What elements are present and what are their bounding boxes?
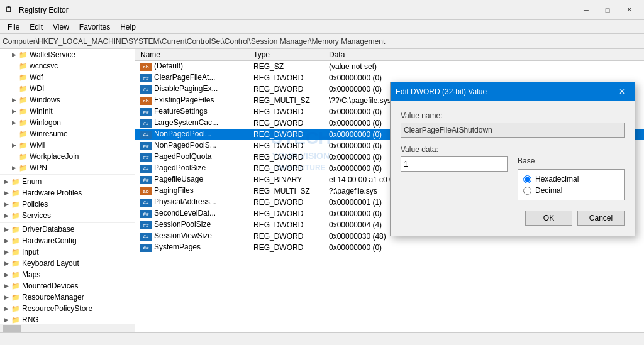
cell-data: 0x00000000 (0) <box>324 242 644 253</box>
tree-item-workplacejoin[interactable]: 📁 WorkplaceJoin <box>0 151 135 162</box>
tree-arrow: ▶ <box>10 141 18 149</box>
tree-arrow: ▶ <box>10 107 18 115</box>
tree-item-policies[interactable]: ▶ 📁 Policies <box>0 199 135 210</box>
folder-icon: 📁 <box>19 164 28 172</box>
folder-icon: 📁 <box>19 51 28 58</box>
hex-label: Hexadecimal <box>535 175 579 183</box>
tree-arrow <box>10 130 18 138</box>
folder-icon: 📁 <box>19 119 28 126</box>
cell-type: REG_SZ <box>248 61 324 72</box>
tree-arrow <box>10 62 18 70</box>
table-row[interactable]: ab(Default) REG_SZ (value not set) <box>135 61 644 72</box>
tree-arrow: ▶ <box>3 260 10 267</box>
tree-arrow: ▶ <box>3 282 10 290</box>
tree-item-winlogon[interactable]: ▶ 📁 Winlogon <box>0 117 135 128</box>
cell-name: ##PagefileUsage <box>135 174 248 185</box>
folder-icon: 📁 <box>11 248 20 256</box>
tree-arrow: ▶ <box>3 178 10 185</box>
hex-radio-item[interactable]: Hexadecimal <box>523 175 619 183</box>
folder-icon: 📁 <box>11 271 20 278</box>
table-row[interactable]: ##SystemPages REG_DWORD 0x00000000 (0) <box>135 242 644 253</box>
tree-item-mounteddevices[interactable]: ▶ 📁 MountedDevices <box>0 280 135 292</box>
tree-arrow: ▶ <box>3 248 10 256</box>
dec-label: Decimal <box>535 186 562 195</box>
tree-item-resourcemanager[interactable]: ▶ 📁 ResourceManager <box>0 292 135 303</box>
tree-label: WPN <box>30 163 47 172</box>
tree-label: WMI <box>30 141 45 150</box>
folder-icon: 📁 <box>19 107 28 115</box>
col-name: Name <box>135 49 248 61</box>
minimize-button[interactable]: ─ <box>576 4 596 16</box>
tree-item-windows[interactable]: ▶ 📁 Windows <box>0 94 135 106</box>
tree-item-wmi[interactable]: ▶ 📁 WMI <box>0 140 135 151</box>
folder-icon: 📁 <box>19 96 28 104</box>
base-section: Base Hexadecimal Decimal <box>518 156 625 200</box>
tree-arrow: ▶ <box>3 316 10 324</box>
tree-item-maps[interactable]: ▶ 📁 Maps <box>0 269 135 280</box>
dialog-title-bar: Edit DWORD (32-bit) Value ✕ <box>391 82 635 101</box>
tree-label: Winlogon <box>30 118 61 127</box>
tree-item-wininit[interactable]: ▶ 📁 WinInit <box>0 106 135 117</box>
tree-item-wpn[interactable]: ▶ 📁 WPN <box>0 162 135 173</box>
base-label: Base <box>518 156 625 165</box>
app-icon: 🗒 <box>5 5 15 15</box>
tree-arrow: ▶ <box>3 212 10 219</box>
menu-bar: File Edit View Favorites Help <box>0 20 644 34</box>
tree-arrow: ▶ <box>3 226 10 233</box>
tree-label: WalletService <box>30 50 75 59</box>
tree-label: Hardware Profiles <box>22 189 82 197</box>
tree-item-walletservice[interactable]: ▶ 📁 WalletService <box>0 49 135 60</box>
tree-panel[interactable]: ▶ 📁 WalletService 📁 wcncsvc 📁 Wdf 📁 WDI … <box>0 49 135 332</box>
cell-name: ##PagedPoolQuota <box>135 151 248 163</box>
cell-type: REG_DWORD <box>248 242 324 253</box>
value-data-input[interactable] <box>401 156 508 172</box>
folder-icon: 📁 <box>11 316 20 324</box>
tree-arrow <box>10 153 18 160</box>
tree-item-input[interactable]: ▶ 📁 Input <box>0 246 135 258</box>
tree-item-driverdatabase[interactable]: ▶ 📁 DriverDatabase <box>0 224 135 235</box>
cell-name: ##DisablePagingEx... <box>135 84 248 95</box>
cell-type: REG_DWORD <box>248 106 324 118</box>
close-button[interactable]: ✕ <box>619 4 639 16</box>
folder-icon: 📁 <box>11 293 20 301</box>
folder-icon: 📁 <box>11 305 20 312</box>
dec-radio[interactable] <box>523 187 531 195</box>
cell-type: REG_DWORD <box>248 129 324 140</box>
tree-label: ResourcePolicyStore <box>22 304 92 313</box>
cancel-button[interactable]: Cancel <box>577 211 625 226</box>
tree-item-wdf[interactable]: 📁 Wdf <box>0 72 135 83</box>
hex-radio[interactable] <box>523 175 531 183</box>
tree-item-hardware-profiles[interactable]: ▶ 📁 Hardware Profiles <box>0 187 135 199</box>
dec-radio-item[interactable]: Decimal <box>523 186 619 195</box>
menu-favorites[interactable]: Favorites <box>74 21 115 33</box>
cell-type: REG_DWORD <box>248 231 324 242</box>
menu-help[interactable]: Help <box>115 21 141 33</box>
menu-edit[interactable]: Edit <box>25 21 48 33</box>
tree-item-winresume[interactable]: 📁 Winresume <box>0 128 135 140</box>
tree-label: WinInit <box>30 107 53 116</box>
menu-file[interactable]: File <box>3 21 25 33</box>
value-name-input[interactable] <box>401 123 625 138</box>
cell-type: REG_MULTI_SZ <box>248 185 324 197</box>
tree-item-services[interactable]: ▶ 📁 Services <box>0 210 135 221</box>
cell-name: ##ClearPageFileAt... <box>135 72 248 84</box>
tree-label: Services <box>22 211 51 220</box>
tree-item-keyboard-layout[interactable]: ▶ 📁 Keyboard Layout <box>0 258 135 269</box>
ok-button[interactable]: OK <box>525 211 572 226</box>
cell-name: abPagingFiles <box>135 185 248 197</box>
menu-view[interactable]: View <box>48 21 74 33</box>
dialog-body: Value name: Value data: Base Hexadecimal <box>391 101 635 236</box>
tree-item-enum[interactable]: ▶ 📁 Enum <box>0 176 135 187</box>
tree-item-wcncsvc[interactable]: 📁 wcncsvc <box>0 60 135 72</box>
col-type: Type <box>248 49 324 61</box>
folder-icon: 📁 <box>19 141 28 149</box>
tree-label: Enum <box>22 177 42 186</box>
maximize-button[interactable]: □ <box>597 4 618 16</box>
cell-name: ##SystemPages <box>135 242 248 253</box>
folder-icon: 📁 <box>11 282 20 290</box>
tree-item-resourcepolicystore[interactable]: ▶ 📁 ResourcePolicyStore <box>0 303 135 314</box>
dialog-close-button[interactable]: ✕ <box>614 85 630 98</box>
tree-item-wdi[interactable]: 📁 WDI <box>0 83 135 94</box>
folder-icon: 📁 <box>11 189 20 197</box>
tree-item-hardwareconfig[interactable]: ▶ 📁 HardwareConfig <box>0 235 135 246</box>
